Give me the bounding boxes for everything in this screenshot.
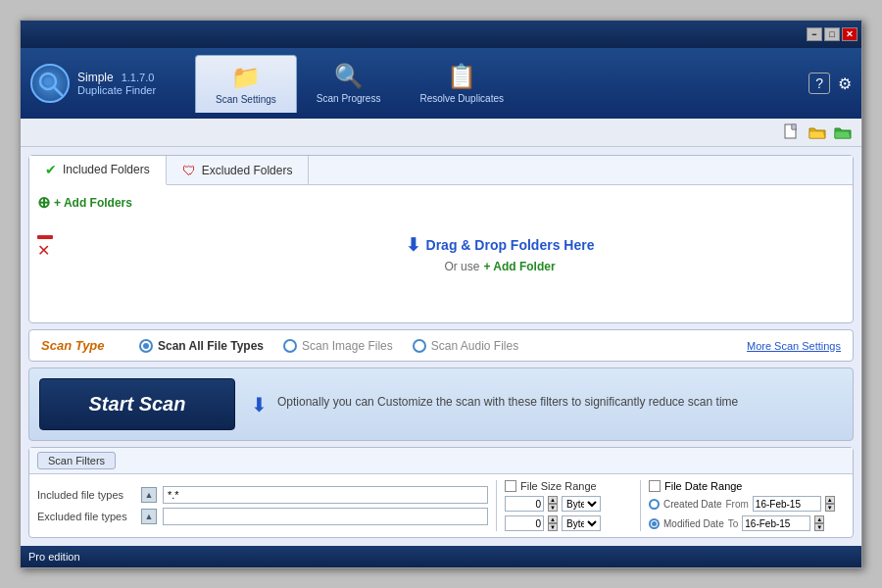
shield-icon: 🛡 (182, 163, 196, 178)
created-date-up[interactable]: ▲ (825, 496, 835, 504)
add-folders-label: + Add Folders (54, 196, 132, 210)
add-folder-link[interactable]: + Add Folder (483, 260, 555, 273)
folder-green-icon[interactable] (832, 122, 854, 142)
settings-icon[interactable]: ⚙ (838, 74, 852, 93)
created-date-row: Created Date From ▲ ▼ (649, 496, 845, 512)
toolbar-right: ? ⚙ (808, 73, 852, 94)
filter-divider-1 (496, 480, 497, 531)
excluded-types-row: Excluded file types ▲ (37, 508, 488, 525)
svg-line-1 (54, 87, 62, 95)
included-types-row: Included file types ▲ (37, 486, 488, 504)
scan-image-label: Scan Image Files (302, 339, 393, 353)
scan-all-radio[interactable]: Scan All File Types (139, 339, 264, 353)
add-folders-button[interactable]: ⊕ + Add Folders (37, 193, 155, 212)
file-size-label: File Size Range (520, 480, 597, 492)
close-button[interactable]: ✕ (842, 27, 858, 41)
file-size-min-down[interactable]: ▼ (548, 504, 558, 512)
svg-point-2 (44, 77, 52, 85)
created-date-radio[interactable] (649, 499, 660, 510)
scan-filters-tab[interactable]: Scan Filters (37, 452, 116, 469)
folder-left-panel: ⊕ + Add Folders ✕ (37, 193, 155, 315)
remove-icon[interactable] (37, 235, 53, 239)
file-date-checkbox[interactable] (649, 480, 661, 492)
file-size-max-down[interactable]: ▼ (548, 523, 558, 531)
scan-info: ⬇ Optionally you can Customize the scan … (251, 393, 738, 416)
file-size-max-up[interactable]: ▲ (548, 515, 558, 523)
included-up-icon[interactable]: ▲ (141, 487, 157, 503)
nav-scan-settings[interactable]: 📁 Scan Settings (195, 55, 297, 113)
scan-audio-radio[interactable]: Scan Audio Files (413, 339, 518, 353)
excluded-types-label: Excluded file types (37, 511, 135, 522)
file-size-checkbox[interactable] (505, 480, 516, 492)
included-types-input[interactable] (163, 486, 488, 504)
created-date-label: Created Date (663, 499, 721, 510)
radio-outer-image (283, 339, 297, 353)
new-file-icon[interactable] (781, 122, 803, 142)
start-scan-button[interactable]: Start Scan (39, 378, 235, 430)
maximize-button[interactable]: □ (824, 27, 840, 41)
logo-icon (30, 64, 70, 103)
status-bar: Pro edition (21, 546, 861, 567)
excluded-folders-tab[interactable]: 🛡 Excluded Folders (167, 156, 310, 184)
file-size-min-input[interactable] (505, 496, 544, 512)
filter-divider-2 (640, 480, 641, 531)
delete-icon[interactable]: ✕ (37, 243, 155, 259)
drop-sub-text: Or use + Add Folder (444, 260, 555, 273)
radio-outer-all (139, 339, 153, 353)
scan-audio-label: Scan Audio Files (431, 339, 518, 353)
file-size-min-up[interactable]: ▲ (548, 496, 558, 504)
plus-icon: ⊕ (37, 193, 50, 212)
file-size-group: File Size Range ▲ ▼ Byte KB MB (505, 480, 632, 531)
modified-date-row: Modified Date To ▲ ▼ (649, 515, 845, 531)
open-folder-icon[interactable] (807, 122, 828, 142)
excluded-folders-label: Excluded Folders (202, 164, 293, 177)
drop-title: Drag & Drop Folders Here (426, 237, 595, 253)
modified-date-spinner: ▲ ▼ (814, 515, 824, 531)
file-types-group: Included file types ▲ Excluded file type… (37, 486, 488, 525)
scan-settings-icon: 📁 (231, 64, 261, 91)
file-size-max-unit[interactable]: Byte KB MB (562, 515, 601, 531)
nav-resolve-duplicates-label: Resolve Duplicates (419, 93, 504, 104)
to-label: To (728, 518, 739, 529)
modified-date-up[interactable]: ▲ (814, 515, 824, 523)
more-settings-link[interactable]: More Scan Settings (747, 340, 841, 352)
file-size-max-input[interactable] (505, 515, 544, 531)
folder-drop-area[interactable]: ⬇ Drag & Drop Folders Here Or use + Add … (155, 193, 845, 315)
created-date-down[interactable]: ▼ (825, 504, 835, 512)
file-size-min-unit[interactable]: Byte KB MB (562, 496, 601, 512)
toolbar: Simple1.1.7.0 Duplicate Finder 📁 Scan Se… (21, 48, 861, 119)
excluded-up-icon[interactable]: ▲ (141, 509, 157, 524)
app-title: Simple (77, 71, 114, 84)
nav-scan-progress[interactable]: 🔍 Scan Progress (297, 55, 401, 113)
minimize-button[interactable]: − (807, 27, 822, 41)
file-date-header: File Date Range (649, 480, 845, 492)
scan-type-label: Scan Type (41, 338, 120, 353)
start-scan-panel: Start Scan ⬇ Optionally you can Customiz… (28, 368, 854, 441)
radio-outer-audio (413, 339, 426, 353)
excluded-types-input[interactable] (163, 508, 488, 525)
toolbar-nav: 📁 Scan Settings 🔍 Scan Progress 📋 Resolv… (195, 55, 808, 113)
file-size-min-row: ▲ ▼ Byte KB MB (505, 496, 632, 512)
resolve-duplicates-icon: 📋 (447, 63, 476, 90)
file-size-header: File Size Range (505, 480, 632, 492)
from-label: From (725, 499, 748, 510)
nav-scan-settings-label: Scan Settings (216, 94, 276, 105)
file-date-group: File Date Range Created Date From ▲ ▼ (649, 480, 845, 531)
radio-inner-all (143, 343, 149, 349)
nav-resolve-duplicates[interactable]: 📋 Resolve Duplicates (400, 55, 523, 113)
help-button[interactable]: ? (808, 73, 830, 94)
window-controls: − □ ✕ (807, 27, 858, 41)
checkmark-icon: ✔ (45, 162, 57, 177)
scan-image-radio[interactable]: Scan Image Files (283, 339, 393, 353)
main-content: ✔ Included Folders 🛡 Excluded Folders ⊕ … (21, 147, 861, 546)
included-folders-tab[interactable]: ✔ Included Folders (29, 156, 167, 185)
modified-date-down[interactable]: ▼ (814, 523, 824, 531)
scan-type-panel: Scan Type Scan All File Types Scan Image… (28, 329, 854, 362)
modified-to-input[interactable] (742, 515, 810, 531)
action-icons-bar (21, 119, 861, 147)
created-from-input[interactable] (753, 496, 821, 512)
folders-tab-header: ✔ Included Folders 🛡 Excluded Folders (29, 156, 853, 185)
modified-date-radio[interactable] (649, 518, 660, 529)
modified-date-label: Modified Date (663, 518, 724, 529)
filters-body: Included file types ▲ Excluded file type… (29, 474, 853, 537)
